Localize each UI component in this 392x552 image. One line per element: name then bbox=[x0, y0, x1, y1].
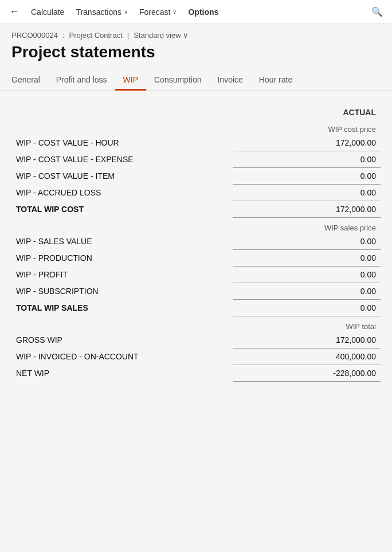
row-label: WIP - COST VALUE - ITEM bbox=[11, 168, 233, 185]
row-label: WIP - SUBSCRIPTION bbox=[11, 283, 233, 300]
tab-general[interactable]: General bbox=[11, 71, 48, 91]
row-value: 172,000.00 bbox=[233, 201, 381, 218]
table-row: TOTAL WIP SALES 0.00 bbox=[11, 300, 381, 316]
row-label: TOTAL WIP COST bbox=[11, 201, 233, 218]
row-value: 172,000.00 bbox=[233, 332, 381, 349]
breadcrumb: PRCO000024 : Project Contract | Standard… bbox=[0, 24, 392, 42]
table-row: NET WIP -228,000.00 bbox=[11, 365, 381, 382]
breadcrumb-pipe: | bbox=[127, 31, 129, 40]
table-row: WIP - COST VALUE - EXPENSE 0.00 bbox=[11, 151, 381, 168]
row-value: 0.00 bbox=[233, 185, 381, 201]
row-value: 0.00 bbox=[233, 250, 381, 267]
chevron-down-icon: ∨ bbox=[173, 9, 177, 15]
row-label: WIP - ACCRUED LOSS bbox=[11, 185, 233, 201]
row-label: WIP - COST VALUE - EXPENSE bbox=[11, 151, 233, 168]
row-value: 172,000.00 bbox=[233, 135, 381, 151]
page-title: Project statements bbox=[0, 42, 392, 71]
table-row: WIP - COST VALUE - ITEM 0.00 bbox=[11, 168, 381, 185]
row-value: 0.00 bbox=[233, 151, 381, 168]
table-row: WIP - COST VALUE - HOUR 172,000.00 bbox=[11, 135, 381, 151]
tab-bar: General Profit and loss WIP Consumption … bbox=[0, 71, 392, 91]
table-row: WIP - ACCRUED LOSS 0.00 bbox=[11, 185, 381, 201]
column-actual-header: ACTUAL bbox=[233, 102, 381, 119]
table-row: WIP - PROFIT 0.00 bbox=[11, 267, 381, 283]
row-value: -228,000.00 bbox=[233, 365, 381, 382]
tab-consumption[interactable]: Consumption bbox=[146, 71, 210, 91]
row-label: NET WIP bbox=[11, 365, 233, 382]
tab-profit-and-loss[interactable]: Profit and loss bbox=[48, 71, 115, 91]
table-row: TOTAL WIP COST 172,000.00 bbox=[11, 201, 381, 218]
row-label: WIP - SALES VALUE bbox=[11, 233, 233, 250]
table-row: GROSS WIP 172,000.00 bbox=[11, 332, 381, 349]
row-value: 400,000.00 bbox=[233, 349, 381, 365]
row-label: WIP - INVOICED - ON-ACCOUNT bbox=[11, 349, 233, 365]
row-value: 0.00 bbox=[233, 300, 381, 316]
row-value: 0.00 bbox=[233, 267, 381, 283]
tab-invoice[interactable]: Invoice bbox=[209, 71, 250, 91]
breadcrumb-project-type: Project Contract bbox=[69, 31, 123, 40]
row-label: WIP - PRODUCTION bbox=[11, 250, 233, 267]
search-icon[interactable]: 🔍 bbox=[371, 6, 383, 17]
row-value: 0.00 bbox=[233, 283, 381, 300]
breadcrumb-project-id: PRCO000024 bbox=[11, 31, 58, 40]
nav-transactions[interactable]: Transactions ∨ bbox=[76, 7, 128, 17]
breadcrumb-view-selector[interactable]: Standard view ∨ bbox=[134, 31, 188, 40]
nav-calculate[interactable]: Calculate bbox=[31, 7, 64, 17]
section-header-0: WIP cost price bbox=[11, 119, 381, 135]
section-sub-header: WIP cost price bbox=[233, 119, 381, 135]
content-area: ACTUAL WIP cost price WIP - COST VALUE -… bbox=[0, 91, 392, 393]
section-sub-header: WIP sales price bbox=[233, 218, 381, 234]
breadcrumb-separator: : bbox=[62, 31, 65, 40]
chevron-down-icon: ∨ bbox=[183, 31, 189, 40]
tab-hour-rate[interactable]: Hour rate bbox=[251, 71, 300, 91]
back-button[interactable]: ← bbox=[9, 6, 19, 18]
section-header-2: WIP total bbox=[11, 316, 381, 332]
table-row: WIP - SUBSCRIPTION 0.00 bbox=[11, 283, 381, 300]
wip-table: ACTUAL WIP cost price WIP - COST VALUE -… bbox=[11, 102, 381, 382]
top-navigation: ← Calculate Transactions ∨ Forecast ∨ Op… bbox=[0, 0, 392, 24]
table-row: WIP - SALES VALUE 0.00 bbox=[11, 233, 381, 250]
section-sub-header: WIP total bbox=[233, 316, 381, 332]
table-row: WIP - PRODUCTION 0.00 bbox=[11, 250, 381, 267]
row-label: TOTAL WIP SALES bbox=[11, 300, 233, 316]
chevron-down-icon: ∨ bbox=[124, 9, 128, 15]
tab-wip[interactable]: WIP bbox=[115, 71, 146, 91]
row-label: GROSS WIP bbox=[11, 332, 233, 349]
row-label: WIP - COST VALUE - HOUR bbox=[11, 135, 233, 151]
table-row: WIP - INVOICED - ON-ACCOUNT 400,000.00 bbox=[11, 349, 381, 365]
nav-forecast[interactable]: Forecast ∨ bbox=[139, 7, 177, 17]
row-label: WIP - PROFIT bbox=[11, 267, 233, 283]
nav-options[interactable]: Options bbox=[188, 7, 218, 17]
row-value: 0.00 bbox=[233, 168, 381, 185]
section-header-1: WIP sales price bbox=[11, 218, 381, 234]
row-value: 0.00 bbox=[233, 233, 381, 250]
